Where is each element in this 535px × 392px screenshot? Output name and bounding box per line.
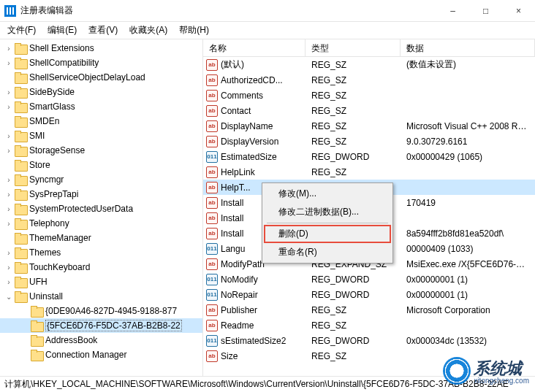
expander-icon[interactable]: ⌄ <box>4 292 13 301</box>
tree-node[interactable]: ShellServiceObjectDelayLoad <box>0 70 202 85</box>
tree-label: Telephony <box>29 218 69 228</box>
list-row[interactable]: ab(默认)REG_SZ(数值未设置) <box>203 57 535 72</box>
list-row[interactable]: abPublisherREG_SZMicrosoft Corporation <box>203 302 535 318</box>
tree-node[interactable]: Store <box>0 158 202 172</box>
close-button[interactable]: × <box>502 0 535 22</box>
menu-view[interactable]: 查看(V) <box>84 23 122 38</box>
tree-node[interactable]: ›Themes <box>0 245 202 260</box>
cell-data: 0x000034dc (13532) <box>401 336 535 346</box>
menu-file[interactable]: 文件(F) <box>3 23 40 38</box>
ctx-rename[interactable]: 重命名(R) <box>264 243 391 261</box>
expander-icon[interactable]: › <box>4 102 13 111</box>
list-row[interactable]: abDisplayNameREG_SZMicrosoft Visual C++ … <box>203 118 535 134</box>
string-icon: ab <box>206 182 218 193</box>
list-row[interactable]: abHelpLinkREG_SZ <box>203 164 535 180</box>
tree-node[interactable]: ›UFH <box>0 274 202 289</box>
expander-icon[interactable]: › <box>4 131 13 140</box>
tree-node[interactable]: ›StorageSense <box>0 143 202 158</box>
tree-node[interactable]: ›SideBySide <box>0 85 202 99</box>
expander-icon[interactable]: › <box>4 44 13 53</box>
folder-icon <box>15 277 26 287</box>
tree-node[interactable]: Connection Manager <box>0 347 202 362</box>
menu-edit[interactable]: 编辑(E) <box>43 23 81 38</box>
tree-label: SysPrepTapi <box>29 189 78 199</box>
tree-node[interactable]: ›SMI <box>0 128 202 143</box>
list-row[interactable]: 011sEstimatedSize2REG_DWORD0x000034dc (1… <box>203 333 535 348</box>
expander-icon[interactable] <box>4 73 13 82</box>
expander-icon[interactable]: › <box>4 88 13 96</box>
expander-icon[interactable]: › <box>4 190 13 199</box>
tree-node[interactable]: ›SysPrepTapi <box>0 187 202 201</box>
cell-data: 0x00000001 (1) <box>401 274 535 285</box>
tree-node[interactable]: ›SystemProtectedUserData <box>0 201 202 216</box>
col-header-name[interactable]: 名称 <box>203 39 306 56</box>
tree-node[interactable]: {5FCE6D76-F5DC-37AB-B2B8-22 <box>0 318 202 333</box>
cell-data: Microsoft Corporation <box>401 305 535 315</box>
expander-icon[interactable] <box>20 321 29 330</box>
expander-icon[interactable]: › <box>4 248 13 257</box>
expander-icon[interactable] <box>20 307 29 315</box>
folder-icon <box>31 350 42 360</box>
cell-name: abAuthorizedCD... <box>203 74 306 86</box>
expander-icon[interactable] <box>4 161 13 169</box>
cell-type: REG_SZ <box>306 60 401 70</box>
expander-icon[interactable] <box>4 234 13 242</box>
expander-icon[interactable]: › <box>4 277 13 286</box>
cell-type: REG_SZ <box>306 167 401 177</box>
list-row[interactable]: abDisplayVersionREG_SZ9.0.30729.6161 <box>203 134 535 149</box>
expander-icon[interactable]: › <box>4 263 13 272</box>
tree-node[interactable]: ›Syncmgr <box>0 172 202 187</box>
col-header-data[interactable]: 数据 <box>401 39 535 56</box>
cell-name: abPublisher <box>203 304 306 316</box>
ctx-modify[interactable]: 修改(M)... <box>264 185 391 203</box>
tree-node[interactable]: {0DE90A46-827D-4945-9188-877 <box>0 304 202 318</box>
list-row[interactable]: 011EstimatedSizeREG_DWORD0x00000429 (106… <box>203 149 535 164</box>
col-header-type[interactable]: 类型 <box>306 39 401 56</box>
titlebar: 注册表编辑器 – □ × <box>0 0 535 22</box>
ctx-modify-binary[interactable]: 修改二进制数据(B)... <box>264 203 391 221</box>
menubar: 文件(F) 编辑(E) 查看(V) 收藏夹(A) 帮助(H) <box>0 22 535 39</box>
tree-node[interactable]: SMDEn <box>0 114 202 128</box>
list-row[interactable]: 011NoRepairREG_DWORD0x00000001 (1) <box>203 287 535 302</box>
list-row[interactable]: abAuthorizedCD...REG_SZ <box>203 72 535 88</box>
string-icon: ab <box>206 304 218 316</box>
list-row[interactable]: abCommentsREG_SZ <box>203 88 535 103</box>
expander-icon[interactable] <box>20 336 29 345</box>
tree-label: SystemProtectedUserData <box>29 204 133 214</box>
list-row[interactable]: abSizeREG_SZ <box>203 348 535 364</box>
tree-node[interactable]: ›SmartGlass <box>0 99 202 114</box>
cell-data: 8a594fff2b8fd81ea520df\ <box>401 228 535 239</box>
list-row[interactable]: abContactREG_SZ <box>203 103 535 118</box>
tree-node[interactable]: ›TouchKeyboard <box>0 260 202 274</box>
expander-icon[interactable]: › <box>4 175 13 184</box>
expander-icon[interactable]: › <box>4 146 13 155</box>
expander-icon[interactable]: › <box>4 204 13 213</box>
cell-data: 00000409 (1033) <box>401 244 535 254</box>
tree-node[interactable]: ›Telephony <box>0 216 202 231</box>
cell-name: 011sEstimatedSize2 <box>203 335 306 347</box>
list-row[interactable]: 011NoModifyREG_DWORD0x00000001 (1) <box>203 272 535 287</box>
statusbar: 计算机\HKEY_LOCAL_MACHINE\SOFTWARE\Microsof… <box>0 376 535 392</box>
expander-icon[interactable] <box>20 350 29 359</box>
expander-icon[interactable] <box>4 117 13 126</box>
tree-pane[interactable]: ›Shell Extensions›ShellCompatibilityShel… <box>0 39 203 376</box>
tree-node[interactable]: ⌄Uninstall <box>0 289 202 304</box>
tree-label: ShellServiceObjectDelayLoad <box>29 72 145 82</box>
folder-icon <box>15 131 26 141</box>
menu-favorites[interactable]: 收藏夹(A) <box>125 23 172 38</box>
maximize-button[interactable]: □ <box>469 0 502 22</box>
ctx-delete[interactable]: 删除(D) <box>264 225 391 243</box>
list-row[interactable]: abReadmeREG_SZ <box>203 318 535 333</box>
tree-node[interactable]: AddressBook <box>0 333 202 347</box>
expander-icon[interactable]: › <box>4 58 13 67</box>
tree-label: SMI <box>29 131 45 141</box>
tree-label: Store <box>29 160 50 170</box>
minimize-button[interactable]: – <box>436 0 469 22</box>
menu-help[interactable]: 帮助(H) <box>175 23 213 38</box>
cell-data: (数值未设置) <box>401 58 535 71</box>
tree-node[interactable]: ›Shell Extensions <box>0 41 202 55</box>
tree-node[interactable]: ›ShellCompatibility <box>0 55 202 70</box>
tree-node[interactable]: ThemeManager <box>0 231 202 245</box>
string-icon: ab <box>206 90 218 101</box>
expander-icon[interactable]: › <box>4 219 13 228</box>
